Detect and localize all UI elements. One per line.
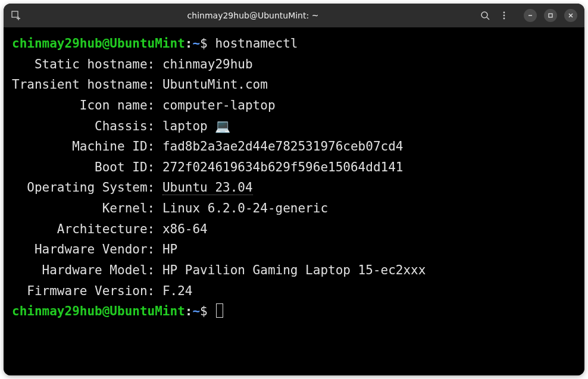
prompt-path: ~ <box>192 36 200 51</box>
output-line: Icon name: computer-laptop <box>12 95 576 116</box>
menu-icon[interactable] <box>499 10 509 21</box>
new-tab-icon[interactable] <box>11 10 21 21</box>
output-value: HP <box>162 242 177 256</box>
output-label: Machine ID: <box>12 139 162 154</box>
svg-rect-0 <box>12 11 18 17</box>
titlebar: chinmay29hub@UbuntuMint: ~ <box>4 4 584 27</box>
search-icon[interactable] <box>480 10 490 21</box>
svg-point-5 <box>503 12 505 14</box>
output-label: Kernel: <box>12 201 162 215</box>
output-line: Machine ID: fad8b2a3ae2d44e782531976ceb0… <box>12 136 576 157</box>
output-value: fad8b2a3ae2d44e782531976ceb07cd4 <box>162 139 404 154</box>
output-line: Chassis: laptop 💻 <box>12 116 576 137</box>
output-value: UbuntuMint.com <box>162 77 268 92</box>
output-label: Architecture: <box>12 222 162 236</box>
command-output: Static hostname: chinmay29hubTransient h… <box>12 54 576 302</box>
output-line: Boot ID: 272f024619634b629f596e15064dd14… <box>12 157 576 178</box>
titlebar-actions <box>480 9 577 22</box>
command-text: hostnamectl <box>208 36 298 51</box>
prompt-path: ~ <box>192 304 200 318</box>
close-button[interactable] <box>564 9 577 22</box>
output-label: Firmware Version: <box>12 284 162 298</box>
output-label: Transient hostname: <box>12 77 162 92</box>
svg-rect-9 <box>549 14 552 17</box>
output-value: Linux 6.2.0-24-generic <box>162 201 328 215</box>
prompt-user-host: chinmay29hub@UbuntuMint <box>12 304 185 318</box>
output-line: Transient hostname: UbuntuMint.com <box>12 74 576 95</box>
output-value: 272f024619634b629f596e15064dd141 <box>162 160 404 174</box>
svg-point-6 <box>503 15 505 17</box>
svg-point-7 <box>503 18 505 20</box>
output-label: Icon name: <box>12 98 162 112</box>
prompt-symbol: $ <box>200 36 208 51</box>
prompt-colon: : <box>185 36 193 51</box>
prompt-user-host: chinmay29hub@UbuntuMint <box>12 36 185 51</box>
maximize-button[interactable] <box>544 9 557 22</box>
window-title: chinmay29hub@UbuntuMint: ~ <box>26 11 480 20</box>
output-value: computer-laptop <box>162 98 276 112</box>
cursor <box>216 303 223 318</box>
output-label: Chassis: <box>12 119 162 133</box>
svg-line-4 <box>487 17 489 20</box>
prompt-symbol: $ <box>200 304 208 318</box>
output-label: Hardware Model: <box>12 263 162 277</box>
terminal-window: chinmay29hub@UbuntuMint: ~ <box>4 4 584 375</box>
svg-point-3 <box>481 12 487 18</box>
output-line: Architecture: x86-64 <box>12 219 576 240</box>
output-value: F.24 <box>162 284 193 298</box>
prompt-line-1: chinmay29hub@UbuntuMint:~$ hostnamectl <box>12 33 576 54</box>
output-label: Static hostname: <box>12 57 162 71</box>
output-value: x86-64 <box>162 222 208 236</box>
output-line: Hardware Model: HP Pavilion Gaming Lapto… <box>12 260 576 281</box>
output-line: Static hostname: chinmay29hub <box>12 54 576 75</box>
output-value: HP Pavilion Gaming Laptop 15-ec2xxx <box>162 263 426 277</box>
output-value: laptop 💻 <box>162 119 231 133</box>
output-value: chinmay29hub <box>162 57 253 71</box>
output-line: Kernel: Linux 6.2.0-24-generic <box>12 198 576 219</box>
output-label: Boot ID: <box>12 160 162 174</box>
output-value: Ubuntu 23.04 <box>162 180 253 195</box>
window-controls <box>524 9 577 22</box>
terminal-body[interactable]: chinmay29hub@UbuntuMint:~$ hostnamectl S… <box>4 27 584 375</box>
prompt-colon: : <box>185 304 193 318</box>
output-line: Firmware Version: F.24 <box>12 281 576 302</box>
output-line: Hardware Vendor: HP <box>12 239 576 260</box>
output-line: Operating System: Ubuntu 23.04 <box>12 177 576 198</box>
minimize-button[interactable] <box>524 9 537 22</box>
output-label: Hardware Vendor: <box>12 242 162 256</box>
output-label: Operating System: <box>12 180 162 195</box>
prompt-line-2: chinmay29hub@UbuntuMint:~$ <box>12 301 576 322</box>
